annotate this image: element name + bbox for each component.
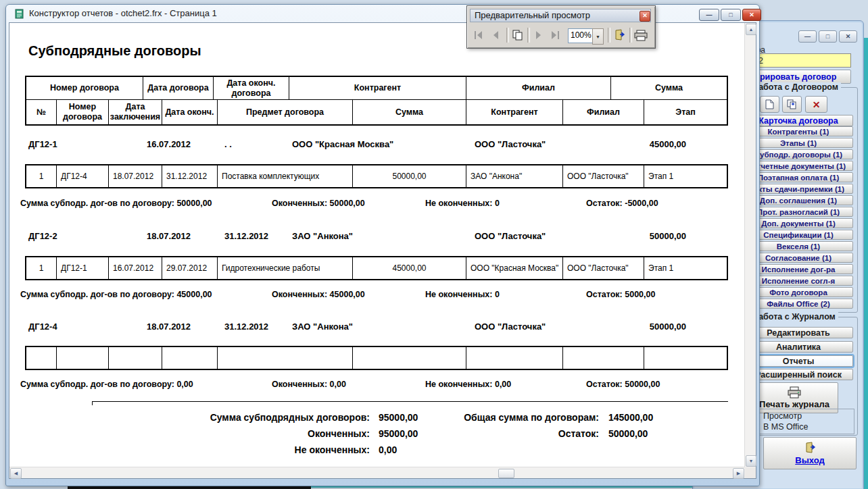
previous-page-button[interactable] <box>488 26 503 44</box>
journal-reports-button[interactable]: Отчеты <box>744 355 853 367</box>
app-icon <box>15 9 25 19</box>
maximize-button[interactable]: □ <box>819 30 837 43</box>
group-summary-row: Сумма субподр. дог-ов по договору: 50000… <box>9 199 743 208</box>
report-header-table: Номер договора Дата договора Дата оконч.… <box>25 76 728 126</box>
zoom-dropdown-button[interactable]: ▼ <box>592 28 604 45</box>
table-cell: 16.07.2012 <box>109 257 162 279</box>
sidebar-item-office-files[interactable]: Файлы Office (2) <box>744 299 853 309</box>
minimize-button[interactable]: — <box>699 9 719 21</box>
sidebar-item-report-documents[interactable]: Отчетные документы (1) <box>744 161 853 171</box>
first-page-button[interactable] <box>471 26 486 44</box>
scroll-right-button[interactable]: ▶ <box>733 468 744 479</box>
close-preview-button[interactable] <box>612 26 627 44</box>
table-cell <box>57 347 109 369</box>
scrollbar-corner <box>745 467 756 478</box>
header-cell: Номер договора <box>26 77 143 99</box>
new-document-icon <box>765 99 774 109</box>
sidebar-item-subcontracts[interactable]: Субподр. договоры (1) <box>744 149 853 159</box>
toolbar-separator <box>527 28 530 43</box>
maximize-button[interactable]: □ <box>721 9 741 21</box>
table-cell: ЗАО "Анкона" <box>466 165 563 187</box>
sidebar-item-specifications[interactable]: Спецификации (1) <box>744 230 853 240</box>
window-title: Конструктор отчетов - otchet2.frx - Стра… <box>29 8 217 18</box>
table-cell: ДГ12-1 <box>57 257 109 279</box>
scroll-left-button[interactable]: ◀ <box>10 468 22 479</box>
exit-door-icon <box>613 29 625 41</box>
table-cell <box>644 347 727 369</box>
printer-icon <box>634 30 648 41</box>
horizontal-scroll-thumb[interactable] <box>498 469 514 478</box>
totals-row: Сумма субподрядных договоров: 95000,00 О… <box>9 411 743 424</box>
pages-icon <box>512 30 523 41</box>
table-cell <box>162 347 218 369</box>
sidebar-item-additional-documents[interactable]: Доп. документы (1) <box>744 218 853 228</box>
scroll-down-button[interactable]: ▼ <box>746 455 756 467</box>
table-cell: ООО "Красная Москва" <box>466 257 563 279</box>
sidebar-item-approval[interactable]: Согласование (1) <box>744 253 853 263</box>
sidebar-item-contractors[interactable]: Контрагенты (1) <box>744 126 853 136</box>
table-cell <box>563 347 644 369</box>
sidebar-item-promissory-notes[interactable]: Векселя (1) <box>744 241 853 251</box>
table-cell: 45000,00 <box>353 257 466 279</box>
horizontal-scrollbar[interactable]: ◀ ▶ <box>9 467 745 478</box>
preview-client-area: Субподрядные договоры Номер договора Дат… <box>9 22 756 479</box>
sidebar-item-staged-payment[interactable]: Поэтапная оплата (1) <box>744 172 853 182</box>
minimize-button[interactable]: — <box>798 30 817 43</box>
header-cell: Дата договора <box>143 77 214 99</box>
journal-groupbox-label: Работа с Журналом <box>750 312 838 321</box>
header-cell: Этап <box>644 100 727 124</box>
sidebar-item-acceptance-acts[interactable]: Акты сдачи-приемки (1) <box>744 184 853 194</box>
print-button[interactable] <box>633 26 648 44</box>
delete-contract-button[interactable]: ✕ <box>805 96 827 113</box>
close-button[interactable]: ✕ <box>742 9 761 21</box>
journal-edit-button[interactable]: Редактировать <box>744 327 853 338</box>
first-page-icon <box>473 30 484 40</box>
table-cell: ООО "Ласточка" <box>563 165 644 187</box>
delete-x-icon: ✕ <box>813 99 821 110</box>
sidebar-item-disagreement-protocols[interactable]: Прот. разногласий (1) <box>744 207 853 217</box>
toolbar-separator <box>608 28 610 43</box>
header-cell: Сумма <box>611 77 727 99</box>
sidebar-item-contract-card[interactable]: Карточка договора <box>744 115 853 126</box>
sidebar-item-contract-photo[interactable]: Фото договора <box>744 287 853 297</box>
copy-icon <box>787 99 797 109</box>
sidebar-item-contract-execution[interactable]: Исполнение дог-ра <box>744 264 853 274</box>
preview-toolbar-window: Предварительный просмотр ✕ 100% ▼ <box>466 5 656 49</box>
toolbar-separator <box>506 28 509 43</box>
vertical-scrollbar[interactable]: ▲ ▼ <box>744 23 756 467</box>
copy-contract-button[interactable] <box>782 96 802 113</box>
previous-page-icon <box>491 30 500 40</box>
zoom-select[interactable]: 100% <box>568 28 593 43</box>
report-designer-window: Конструктор отчетов - otchet2.frx - Стра… <box>5 4 760 486</box>
close-preview-titlebar-button[interactable]: ✕ <box>640 11 650 22</box>
subcontract-table <box>25 346 728 370</box>
journal-advanced-search-button[interactable]: Расширенный поиск <box>744 369 853 380</box>
subcontract-table: 1 ДГ12-1 16.07.2012 29.07.2012 Гидротехн… <box>25 256 728 280</box>
close-button[interactable]: ✕ <box>839 30 857 43</box>
next-page-button[interactable] <box>531 26 546 44</box>
group-summary-row: Сумма субподр. дог-ов по договору: 0,00 … <box>9 380 743 389</box>
last-page-button[interactable] <box>548 26 562 44</box>
group-header-row: ДГ12-2 18.07.2012 31.12.2012 ЗАО "Анкона… <box>9 231 743 242</box>
table-cell: 1 <box>26 257 57 279</box>
exit-door-icon <box>804 442 816 454</box>
group-header-row: ДГ12-4 18.07.2012 31.12.2012 ЗАО "Анкона… <box>9 321 743 332</box>
header-cell: № <box>26 100 57 124</box>
table-cell: 1 <box>26 165 57 187</box>
table-cell <box>109 347 162 369</box>
pages-button[interactable] <box>510 26 525 44</box>
option-preview[interactable]: Просмотр <box>744 411 852 421</box>
table-cell: Гидротехнические работы <box>218 257 353 279</box>
new-contract-button[interactable] <box>760 96 779 113</box>
sidebar-item-addendums[interactable]: Доп. соглашения (1) <box>744 195 853 205</box>
subcontract-table: 1 ДГ12-4 18.07.2012 31.12.2012 Поставка … <box>25 164 728 188</box>
scroll-up-button[interactable]: ▲ <box>746 24 756 35</box>
totals-row: Оконченных: 95000,00 Остаток: 50000,00 <box>9 427 743 440</box>
sidebar-item-agreement-execution[interactable]: Исполнение согл-я <box>744 276 853 286</box>
header-cell: Филиал <box>466 77 611 99</box>
sidebar-item-stages[interactable]: Этапы (1) <box>744 138 853 148</box>
journal-analytics-button[interactable]: Аналитика <box>744 341 853 353</box>
option-ms-office[interactable]: В MS Office <box>744 421 852 432</box>
header-cell: Номер договора <box>57 100 109 124</box>
exit-button[interactable]: Выход <box>763 437 857 469</box>
